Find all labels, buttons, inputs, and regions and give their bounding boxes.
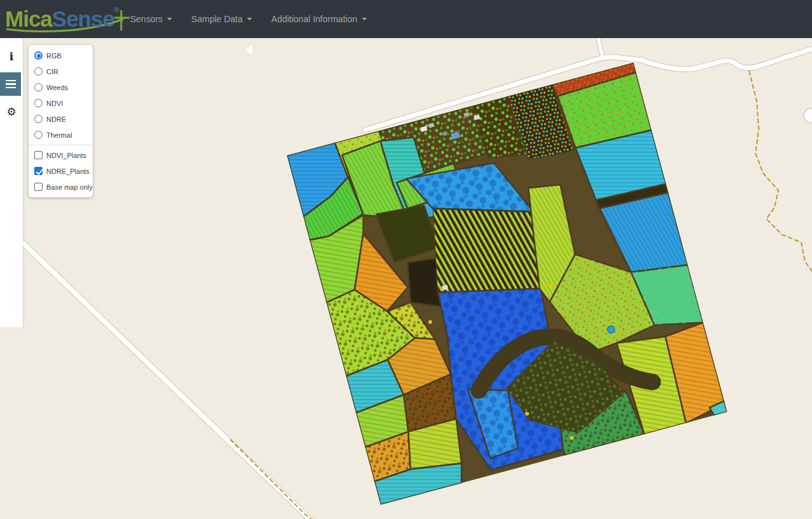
navbar: MicaSense® Sensors Sample Data Additiona… <box>0 0 812 38</box>
logo-text: MicaSense® <box>5 6 118 32</box>
nav-item-label: Sample Data <box>191 14 243 24</box>
nav-item-sensors[interactable]: Sensors <box>130 14 172 24</box>
chevron-down-icon <box>167 18 172 23</box>
logo-mica: Mica <box>5 6 52 31</box>
checkbox-ndvi-plants[interactable]: NDVI_Plants <box>29 147 93 163</box>
micasense-logo[interactable]: MicaSense® <box>5 3 132 37</box>
nav-item-additional-information[interactable]: Additional Information <box>271 14 366 24</box>
chevron-down-icon <box>362 18 367 23</box>
panel-collapse-arrow-icon[interactable] <box>244 44 254 69</box>
radio-ndvi[interactable]: NDVI <box>29 95 93 111</box>
radio-label: Thermal <box>46 131 72 139</box>
checkbox[interactable] <box>34 151 43 159</box>
radio-label: Weeds <box>46 84 68 91</box>
radio-ndre[interactable]: NDRE <box>29 111 93 127</box>
radio-button[interactable] <box>34 99 43 107</box>
checkbox[interactable] <box>34 183 43 191</box>
menu-bar <box>6 80 16 82</box>
checkbox-ndre-plants[interactable]: NDRE_Plants <box>29 163 93 179</box>
logo-sense: Sense <box>52 6 114 31</box>
logo-registered-mark: ® <box>114 6 118 13</box>
layers-panel: RGB CIR Weeds NDVI NDRE Thermal NDVI_Pla… <box>29 45 93 197</box>
radio-button[interactable] <box>34 115 43 123</box>
radio-cir[interactable]: CIR <box>29 63 93 79</box>
radio-label: NDRE <box>46 115 66 123</box>
hamburger-menu-icon[interactable] <box>0 72 21 96</box>
radio-label: RGB <box>46 52 62 60</box>
sidebar-icon-strip: i ⚙ <box>0 38 23 327</box>
radio-button[interactable] <box>34 67 43 76</box>
radio-button[interactable] <box>34 131 43 139</box>
radio-button[interactable] <box>34 51 43 60</box>
checkbox-label: Base map only <box>46 183 93 191</box>
radio-label: NDVI <box>46 100 63 107</box>
radio-weeds[interactable]: Weeds <box>29 79 93 95</box>
checkbox-label: NDRE_Plants <box>46 168 90 175</box>
radio-label: CIR <box>46 68 58 76</box>
nav-item-label: Additional Information <box>271 14 357 24</box>
menu-bar <box>6 83 16 85</box>
info-icon[interactable]: i <box>0 46 23 67</box>
radio-rgb[interactable]: RGB <box>29 48 93 63</box>
chevron-down-icon <box>247 18 252 23</box>
nav-item-label: Sensors <box>130 14 163 24</box>
radio-thermal[interactable]: Thermal <box>29 127 93 143</box>
checkbox[interactable] <box>34 167 43 175</box>
radio-button[interactable] <box>34 83 43 91</box>
micasense-app: MicaSense® Sensors Sample Data Additiona… <box>0 0 812 519</box>
gear-icon[interactable]: ⚙ <box>0 101 23 122</box>
map-canvas[interactable]: i ⚙ RGB CIR Weeds NDVI NDRE Thermal NDVI… <box>0 38 812 519</box>
nav-item-sample-data[interactable]: Sample Data <box>191 14 252 24</box>
checkbox-label: NDVI_Plants <box>46 152 86 159</box>
nav-menu: Sensors Sample Data Additional Informati… <box>130 0 367 38</box>
checkbox-base-map-only[interactable]: Base map only <box>29 179 93 195</box>
panel-divider <box>29 145 93 145</box>
menu-bar <box>6 87 16 89</box>
